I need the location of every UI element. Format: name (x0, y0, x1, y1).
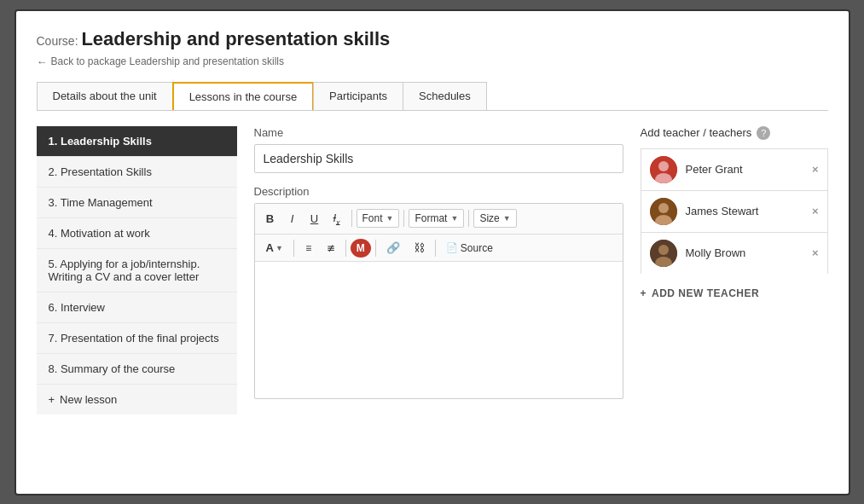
text-color-label: A (266, 241, 274, 254)
tab-schedules[interactable]: Schedules (403, 82, 487, 110)
font-dropdown-arrow-icon: ▼ (386, 214, 394, 223)
source-icon: 📄 (446, 242, 458, 253)
editor-content[interactable] (255, 262, 623, 398)
plus-icon: + (49, 393, 55, 406)
sidebar-item-3[interactable]: 3. Time Management (37, 188, 237, 218)
toolbar-separator-6 (375, 240, 376, 257)
toolbar-separator-7 (435, 240, 436, 257)
tab-details[interactable]: Details about the unit (37, 82, 173, 110)
toolbar-row-1: B I U Ix Font ▼ Format ▼ (255, 204, 623, 235)
teacher-item-2: James Stewart × (641, 190, 828, 232)
add-teacher-plus-icon: + (641, 287, 647, 299)
color-arrow-icon: ▼ (275, 244, 283, 252)
format-dropdown-arrow-icon: ▼ (450, 214, 458, 223)
teacher-header: Add teacher / teachers ? (641, 126, 828, 140)
toolbar-separator-4 (293, 240, 294, 257)
underline-button[interactable]: U (304, 209, 325, 229)
back-arrow-icon: ← (37, 55, 48, 68)
special-m-button[interactable]: M (351, 239, 371, 258)
bold-button[interactable]: B (260, 209, 281, 229)
ordered-list-button[interactable]: ≡ (299, 239, 319, 258)
teacher-avatar-image-3 (650, 240, 677, 267)
teacher-item-1: Peter Grant × (641, 148, 828, 190)
teacher-avatar-3 (650, 240, 677, 267)
teacher-avatar-image-1 (650, 156, 677, 183)
tab-lessons[interactable]: Lessons in the course (172, 82, 314, 110)
teacher-remove-1[interactable]: × (812, 163, 819, 176)
sidebar-item-8[interactable]: 8. Summary of the course (37, 354, 237, 385)
source-label: Source (461, 242, 493, 254)
teacher-name-2: James Stewart (686, 205, 803, 217)
format-label: Format (415, 212, 447, 224)
teacher-remove-2[interactable]: × (812, 205, 819, 217)
new-lesson-button[interactable]: + New lesson (37, 385, 237, 414)
sidebar-item-1[interactable]: 1. Leadership Skills (37, 126, 237, 157)
sidebar-item-4[interactable]: 4. Motivation at work (37, 218, 237, 249)
sidebar: 1. Leadership Skills 2. Presentation Ski… (37, 126, 237, 414)
course-title: Leadership and presentation skills (81, 28, 390, 49)
new-lesson-label: New lesson (60, 393, 117, 406)
toolbar-separator-3 (468, 210, 469, 227)
teacher-item-3: Molly Brown × (641, 232, 828, 274)
unordered-list-button[interactable]: ≢ (321, 239, 341, 258)
editor-panel: Name Description B I U Ix Font ▼ (254, 126, 623, 414)
help-icon[interactable]: ? (757, 126, 770, 140)
back-link[interactable]: ← Back to package Leadership and present… (37, 55, 828, 68)
sidebar-item-5[interactable]: 5. Applying for a job/internship. Writin… (37, 249, 237, 293)
tab-participants[interactable]: Participants (313, 82, 403, 110)
teacher-avatar-2 (650, 198, 677, 225)
italic-button[interactable]: I (282, 209, 303, 229)
source-button[interactable]: 📄 Source (440, 239, 499, 258)
svg-point-7 (658, 245, 669, 255)
teacher-avatar-image-2 (650, 198, 677, 225)
teacher-name-1: Peter Grant (686, 163, 803, 176)
text-color-button[interactable]: A ▼ (260, 238, 289, 258)
toolbar-separator-1 (351, 210, 352, 227)
format-dropdown[interactable]: Format ▼ (409, 209, 464, 228)
teachers-panel: Add teacher / teachers ? Peter Grant × (641, 126, 828, 414)
svg-point-4 (658, 203, 669, 213)
sidebar-item-2[interactable]: 2. Presentation Skills (37, 157, 237, 188)
sidebar-item-6[interactable]: 6. Interview (37, 293, 237, 323)
add-teacher-label: ADD NEW TEACHER (652, 287, 759, 299)
toolbar-row-2: A ▼ ≡ ≢ M 🔗 ⛓ 📄 Source (255, 235, 623, 262)
content-area: 1. Leadership Skills 2. Presentation Ski… (37, 126, 828, 414)
size-label: Size (479, 212, 499, 224)
main-window: Course: Leadership and presentation skil… (14, 9, 850, 495)
teacher-name-3: Molly Brown (686, 246, 803, 259)
sidebar-item-7[interactable]: 7. Presentation of the final projects (37, 323, 237, 354)
link-button[interactable]: 🔗 (380, 238, 406, 258)
size-dropdown-arrow-icon: ▼ (503, 214, 511, 223)
course-label: Course: (37, 34, 78, 48)
back-link-text: Back to package Leadership and presentat… (51, 55, 285, 67)
toolbar-separator-2 (403, 210, 404, 227)
course-header: Course: Leadership and presentation skil… (37, 28, 828, 50)
size-dropdown[interactable]: Size ▼ (473, 209, 516, 228)
tab-bar: Details about the unit Lessons in the co… (37, 82, 828, 111)
name-input[interactable] (254, 144, 623, 173)
svg-point-1 (658, 161, 669, 171)
font-label: Font (362, 212, 383, 224)
teacher-avatar-1 (650, 156, 677, 183)
toolbar-separator-5 (345, 240, 346, 257)
description-editor: B I U Ix Font ▼ Format ▼ (254, 203, 623, 400)
teacher-remove-3[interactable]: × (812, 246, 819, 259)
unlink-button[interactable]: ⛓ (408, 238, 431, 258)
name-label: Name (254, 126, 623, 139)
add-teacher-button[interactable]: + ADD NEW TEACHER (641, 284, 828, 303)
teacher-header-label: Add teacher / teachers (641, 126, 752, 139)
description-label: Description (254, 185, 623, 198)
strikethrough-button[interactable]: Ix (327, 208, 347, 230)
font-dropdown[interactable]: Font ▼ (357, 209, 400, 228)
